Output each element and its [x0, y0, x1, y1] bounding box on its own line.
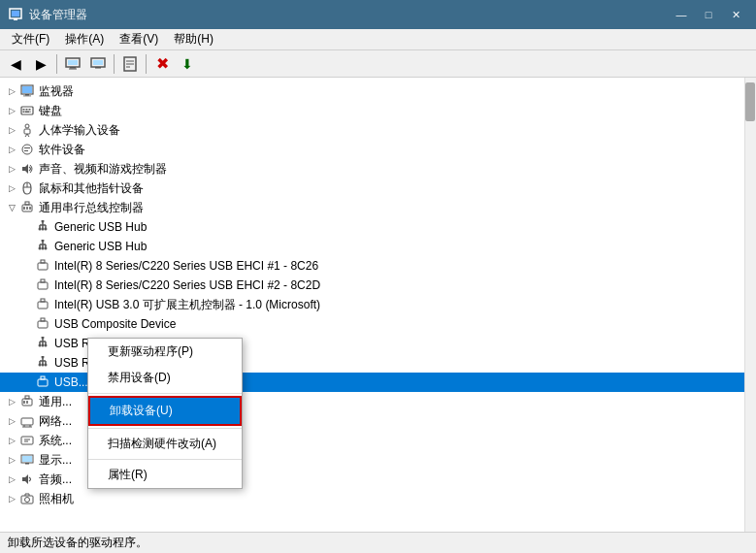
svg-point-58	[45, 344, 48, 347]
tree-item-sound[interactable]: ▷ 声音、视频和游戏控制器	[0, 159, 744, 179]
expand-network: ▷	[4, 413, 19, 429]
tree-item-mouse[interactable]: ▷ 鼠标和其他指针设备	[0, 179, 744, 198]
svg-point-41	[42, 228, 45, 231]
label-human-input: 人体学输入设备	[39, 122, 120, 139]
svg-rect-16	[25, 94, 29, 96]
svg-rect-54	[38, 321, 48, 328]
tree-item-generic-hub2[interactable]: Generic USB Hub	[0, 237, 744, 256]
tree-item-intel-usb3[interactable]: Intel(R) USB 3.0 可扩展主机控制器 - 1.0 (Microso…	[0, 295, 744, 314]
icon-intel-ehci1	[35, 258, 50, 274]
label-camera: 照相机	[39, 491, 74, 507]
context-menu-sep3	[88, 459, 242, 460]
icon-monitor	[19, 83, 35, 99]
tree-item-usb-ctrl[interactable]: ▽ 通用串行总线控制器	[0, 198, 744, 217]
tree-item-human-input[interactable]: ▷ 人体学输入设备	[0, 120, 744, 140]
maximize-button[interactable]: □	[696, 5, 721, 24]
svg-rect-31	[24, 150, 28, 151]
svg-point-57	[42, 344, 45, 347]
icon-usb-ctrl	[19, 200, 35, 215]
expand-mouse: ▷	[4, 180, 19, 196]
icon-mouse	[19, 180, 35, 196]
svg-rect-22	[23, 112, 25, 114]
svg-rect-6	[69, 68, 77, 69]
main-content: ▷ 监视器 ▷ 键盘 ▷	[0, 78, 756, 532]
minimize-button[interactable]: —	[669, 5, 694, 24]
svg-rect-64	[38, 379, 48, 386]
context-menu-disable[interactable]: 禁用设备(D)	[88, 365, 242, 391]
svg-rect-9	[95, 67, 101, 69]
expand-usb-root1	[19, 336, 35, 351]
tree-item-intel-ehci1[interactable]: Intel(R) 8 Series/C220 Series USB EHCI #…	[0, 256, 744, 276]
icon-intel-usb3	[35, 297, 50, 312]
label-network: 网络...	[39, 413, 72, 430]
label-usb-composite: USB Composite Device	[54, 317, 176, 331]
svg-point-82	[25, 498, 30, 503]
scrollbar[interactable]	[744, 78, 756, 532]
tree-item-camera[interactable]: ▷ 照相机	[0, 489, 744, 508]
svg-rect-51	[41, 279, 45, 282]
svg-rect-48	[38, 263, 48, 270]
info-button[interactable]	[86, 53, 110, 75]
context-menu-properties[interactable]: 属性(R)	[88, 462, 242, 488]
label-generic-hub2: Generic USB Hub	[54, 240, 147, 253]
context-menu-sep1	[88, 393, 242, 394]
label-universal2: 通用...	[39, 394, 72, 410]
expand-camera: ▷	[4, 491, 19, 506]
svg-point-60	[39, 364, 42, 367]
driver-button[interactable]	[118, 53, 142, 75]
delete-button[interactable]: ✖	[150, 53, 174, 75]
label-system: 系统...	[39, 433, 72, 449]
svg-point-62	[45, 364, 48, 367]
forward-button[interactable]: ▶	[29, 53, 52, 75]
context-menu-uninstall[interactable]: 卸载设备(U)	[88, 396, 242, 426]
svg-rect-23	[25, 112, 29, 114]
icon-usb-selected	[35, 374, 50, 390]
label-monitor: 监视器	[39, 83, 74, 100]
label-software: 软件设备	[39, 142, 85, 158]
back-button[interactable]: ◀	[4, 53, 27, 75]
svg-rect-78	[22, 456, 32, 462]
icon-camera	[19, 491, 35, 506]
menu-view[interactable]: 查看(V)	[112, 29, 166, 50]
expand-monitor: ▷	[4, 83, 19, 99]
tree-item-intel-ehci2[interactable]: Intel(R) 8 Series/C220 Series USB EHCI #…	[0, 276, 744, 295]
icon-generic-hub2	[35, 239, 50, 254]
svg-rect-67	[25, 396, 29, 399]
svg-rect-17	[23, 96, 31, 97]
menu-action[interactable]: 操作(A)	[57, 29, 112, 50]
tree-item-software[interactable]: ▷ 软件设备	[0, 140, 744, 159]
icon-generic-hub1	[35, 219, 50, 235]
label-keyboard: 键盘	[39, 103, 62, 119]
svg-point-46	[45, 247, 48, 250]
menu-help[interactable]: 帮助(H)	[166, 29, 221, 50]
expand-generic-hub2	[19, 239, 35, 254]
icon-sound	[19, 161, 35, 177]
label-audio2: 音频...	[39, 472, 72, 488]
svg-point-47	[42, 240, 45, 243]
tree-item-monitor[interactable]: ▷ 监视器	[0, 81, 744, 101]
context-menu-update-driver[interactable]: 更新驱动程序(P)	[88, 339, 242, 365]
svg-point-45	[42, 247, 45, 250]
status-text: 卸载所选设备的驱动程序。	[8, 535, 148, 551]
svg-rect-30	[24, 147, 30, 148]
tree-item-generic-hub1[interactable]: Generic USB Hub	[0, 217, 744, 237]
icon-intel-ehci2	[35, 277, 50, 293]
context-menu-scan[interactable]: 扫描检测硬件改动(A)	[88, 431, 242, 457]
expand-sound: ▷	[4, 161, 19, 177]
computer-button[interactable]	[61, 53, 84, 75]
svg-rect-65	[41, 376, 45, 379]
update-button[interactable]: ⬇	[176, 53, 199, 75]
icon-audio2	[19, 472, 35, 487]
svg-point-42	[45, 228, 48, 231]
tree-item-usb-composite[interactable]: USB Composite Device	[0, 314, 744, 334]
close-button[interactable]: ✕	[723, 5, 748, 24]
menu-file[interactable]: 文件(F)	[4, 29, 57, 50]
icon-keyboard	[19, 103, 35, 118]
scroll-thumb[interactable]	[745, 82, 755, 121]
svg-rect-4	[68, 60, 78, 65]
tree-item-keyboard[interactable]: ▷ 键盘	[0, 101, 744, 120]
label-usb-selected: USB...	[54, 375, 88, 389]
window-title: 设备管理器	[29, 7, 87, 23]
svg-rect-55	[41, 318, 45, 321]
expand-audio2: ▷	[4, 472, 19, 487]
